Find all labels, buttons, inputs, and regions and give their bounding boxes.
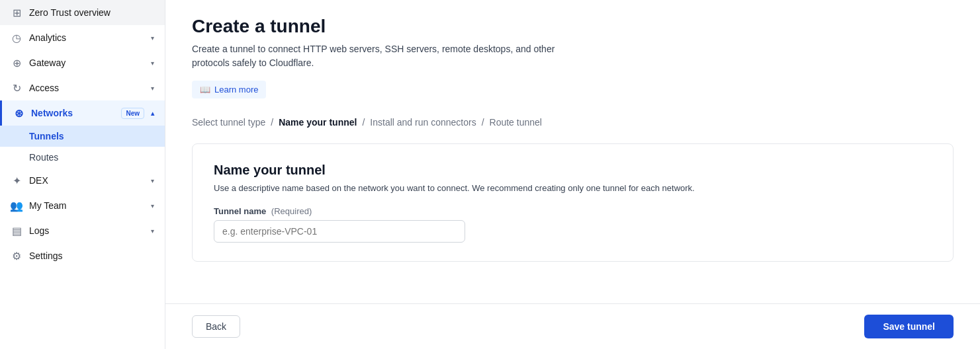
step-select-tunnel-type[interactable]: Select tunnel type [192, 117, 265, 128]
logs-icon: ▤ [11, 225, 22, 237]
chevron-down-icon [151, 85, 154, 92]
sidebar-label: My Team [29, 200, 144, 211]
network-icon: ⊛ [13, 107, 24, 119]
sidebar-item-analytics[interactable]: ◷ Analytics [0, 25, 165, 50]
team-icon: 👥 [11, 200, 22, 212]
step-separator-1: / [271, 117, 273, 128]
sidebar: ⊞ Zero Trust overview ◷ Analytics ⊕ Gate… [0, 0, 165, 349]
book-icon: 📖 [200, 85, 210, 95]
sidebar-label: Analytics [29, 32, 144, 43]
name-tunnel-card: Name your tunnel Use a descriptive name … [192, 143, 954, 262]
steps-breadcrumb: Select tunnel type / Name your tunnel / … [192, 117, 954, 128]
routes-label: Routes [29, 152, 58, 163]
step-separator-3: / [482, 117, 484, 128]
sidebar-item-my-team[interactable]: 👥 My Team [0, 193, 165, 218]
access-icon: ↻ [11, 82, 22, 94]
sidebar-label: Settings [29, 251, 154, 261]
main-content: Create a tunnel Create a tunnel to conne… [165, 0, 980, 349]
step-name-your-tunnel[interactable]: Name your tunnel [279, 117, 357, 128]
sidebar-label: Networks [31, 108, 114, 118]
tunnel-name-required: (Required) [271, 206, 312, 216]
step-separator-2: / [362, 117, 365, 128]
step-route-tunnel[interactable]: Route tunnel [490, 117, 542, 128]
sidebar-label: Gateway [29, 58, 144, 68]
sidebar-item-settings[interactable]: ⚙ Settings [0, 243, 165, 268]
chevron-down-icon [151, 34, 154, 42]
tunnels-label: Tunnels [29, 131, 64, 141]
sidebar-label: Zero Trust overview [29, 7, 154, 18]
footer: Back Save tunnel [165, 303, 980, 349]
back-button[interactable]: Back [192, 315, 240, 338]
networks-new-badge: New [121, 108, 144, 119]
monitor-icon: ⊞ [11, 7, 22, 19]
sidebar-item-zero-trust-overview[interactable]: ⊞ Zero Trust overview [0, 0, 165, 25]
step-install-and-run-connectors[interactable]: Install and run connectors [370, 117, 476, 128]
sidebar-label: Access [29, 83, 144, 93]
page-description: Create a tunnel to connect HTTP web serv… [192, 42, 576, 70]
card-title: Name your tunnel [214, 163, 932, 178]
sidebar-item-gateway[interactable]: ⊕ Gateway [0, 50, 165, 75]
content-area: Create a tunnel Create a tunnel to conne… [165, 0, 980, 303]
learn-more-button[interactable]: 📖 Learn more [192, 81, 266, 98]
chevron-down-icon [151, 202, 154, 210]
settings-icon: ⚙ [11, 250, 22, 262]
sidebar-sub-item-tunnels[interactable]: Tunnels [0, 126, 165, 147]
learn-more-label: Learn more [214, 85, 258, 95]
chevron-down-icon [151, 59, 154, 67]
page-title: Create a tunnel [192, 16, 954, 37]
tunnel-name-input[interactable] [214, 220, 465, 243]
sidebar-item-logs[interactable]: ▤ Logs [0, 218, 165, 243]
dex-icon: ✦ [11, 174, 22, 186]
chevron-down-icon [151, 227, 154, 235]
sidebar-label: Logs [29, 225, 144, 236]
sidebar-item-access[interactable]: ↻ Access [0, 75, 165, 100]
chevron-up-icon [151, 110, 154, 117]
gateway-icon: ⊕ [11, 57, 22, 69]
card-description: Use a descriptive name based on the netw… [214, 183, 932, 193]
sidebar-sub-item-routes[interactable]: Routes [0, 147, 165, 168]
tunnel-name-label: Tunnel name (Required) [214, 206, 932, 216]
sidebar-item-networks[interactable]: ⊛ Networks New [0, 100, 165, 126]
sidebar-item-dex[interactable]: ✦ DEX [0, 168, 165, 193]
chevron-down-icon [151, 177, 154, 184]
chart-icon: ◷ [11, 32, 22, 44]
save-tunnel-button[interactable]: Save tunnel [864, 315, 954, 338]
sidebar-label: DEX [29, 175, 144, 186]
